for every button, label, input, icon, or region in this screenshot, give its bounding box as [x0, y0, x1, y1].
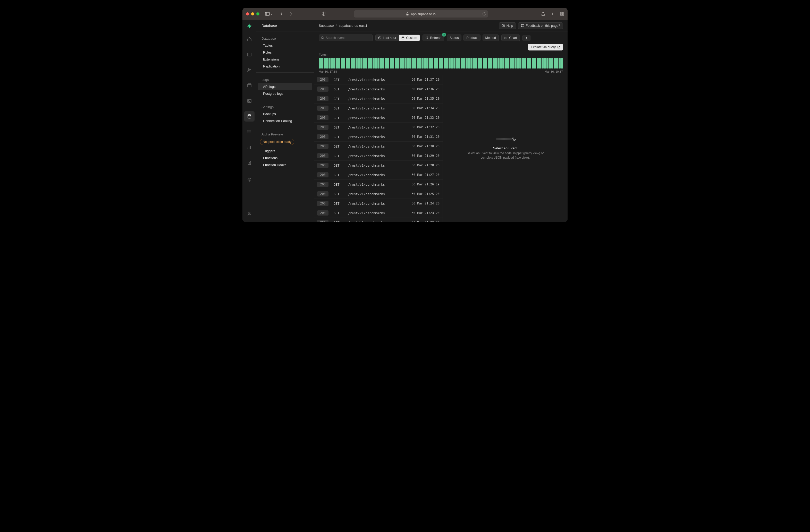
chart-bar[interactable]: [509, 58, 512, 68]
chart-bar[interactable]: [324, 58, 326, 68]
log-row[interactable]: 200GET/rest/v1/benchmarks30 Mar 21:37:20: [314, 75, 443, 84]
chart-bar[interactable]: [368, 58, 370, 68]
chart-bar[interactable]: [522, 58, 524, 68]
chart-bar[interactable]: [346, 58, 348, 68]
chart-bar[interactable]: [483, 58, 485, 68]
chart-bar[interactable]: [512, 58, 514, 68]
chart-bar[interactable]: [539, 58, 541, 68]
chart-bar[interactable]: [360, 58, 362, 68]
sidebar-item-tables[interactable]: Tables: [258, 42, 312, 49]
breadcrumb-org[interactable]: Supabase: [319, 24, 334, 28]
chart-bar[interactable]: [390, 58, 392, 68]
sidebar-item-postgres-logs[interactable]: Postgres logs: [258, 90, 312, 97]
chart-bar[interactable]: [547, 58, 549, 68]
rail-database-icon[interactable]: [244, 111, 255, 121]
chart-bar[interactable]: [341, 58, 343, 68]
chart-bar[interactable]: [490, 58, 492, 68]
chart-bar[interactable]: [382, 58, 384, 68]
chart-bar[interactable]: [400, 58, 402, 68]
chart-bar[interactable]: [498, 58, 500, 68]
chart-bar[interactable]: [505, 58, 507, 68]
log-row[interactable]: 200GET/rest/v1/benchmarks30 Mar 21:29:20: [314, 151, 443, 161]
filter-method-button[interactable]: Method: [483, 34, 499, 41]
filter-status-button[interactable]: Status: [447, 34, 461, 41]
chart-bar[interactable]: [397, 58, 399, 68]
chart-bar[interactable]: [561, 58, 563, 68]
log-row[interactable]: 200GET/rest/v1/benchmarks30 Mar 21:32:20: [314, 122, 443, 132]
chart-bar[interactable]: [558, 58, 561, 68]
chart-bar[interactable]: [370, 58, 372, 68]
chart-bar[interactable]: [419, 58, 421, 68]
chart-bar[interactable]: [392, 58, 394, 68]
chart-bar[interactable]: [414, 58, 416, 68]
chart-bar[interactable]: [431, 58, 433, 68]
download-button[interactable]: [522, 35, 531, 41]
chart-bar[interactable]: [321, 58, 323, 68]
chart-bar[interactable]: [380, 58, 382, 68]
chart-bar[interactable]: [453, 58, 455, 68]
rail-account-icon[interactable]: [244, 209, 255, 219]
maximize-window-button[interactable]: [256, 12, 259, 15]
chart-bar[interactable]: [446, 58, 448, 68]
chart-bar[interactable]: [358, 58, 360, 68]
sidebar-item-connection-pooling[interactable]: Connection Pooling: [258, 117, 312, 124]
log-list[interactable]: 200GET/rest/v1/benchmarks30 Mar 21:37:20…: [314, 75, 443, 222]
rail-settings-icon[interactable]: [244, 174, 255, 185]
rail-storage-icon[interactable]: [244, 80, 255, 90]
chart-bar[interactable]: [439, 58, 441, 68]
chart-bar[interactable]: [363, 58, 365, 68]
refresh-button[interactable]: Refresh: [422, 34, 444, 41]
log-row[interactable]: 200GET/rest/v1/benchmarks30 Mar 21:28:20: [314, 161, 443, 170]
chart-bar[interactable]: [404, 58, 407, 68]
chart-bar[interactable]: [470, 58, 472, 68]
address-bar[interactable]: app.supabase.io: [354, 10, 488, 17]
chart-bar[interactable]: [336, 58, 338, 68]
sidebar-item-functions[interactable]: Functions: [258, 154, 312, 162]
chart-bar[interactable]: [334, 58, 336, 68]
chart-bar[interactable]: [527, 58, 529, 68]
chart-bar[interactable]: [424, 58, 426, 68]
chart-bar[interactable]: [451, 58, 453, 68]
chart-bar[interactable]: [441, 58, 443, 68]
log-row[interactable]: 200GET/rest/v1/benchmarks30 Mar 21:33:20: [314, 113, 443, 122]
chart-bar[interactable]: [473, 58, 475, 68]
breadcrumb-project[interactable]: supabase-us-east1: [339, 24, 367, 28]
chart-bar[interactable]: [549, 58, 551, 68]
sidebar-item-extensions[interactable]: Extensions: [258, 56, 312, 63]
chart-bar[interactable]: [541, 58, 544, 68]
chart-toggle-button[interactable]: Chart: [501, 34, 520, 41]
chart-bar[interactable]: [395, 58, 397, 68]
sidebar-toggle-button[interactable]: [265, 12, 273, 16]
chart-bar[interactable]: [351, 58, 353, 68]
rail-list-icon[interactable]: [244, 127, 255, 137]
log-row[interactable]: 200GET/rest/v1/benchmarks30 Mar 21:25:20: [314, 189, 443, 199]
chart-bar[interactable]: [375, 58, 377, 68]
chart-bar[interactable]: [331, 58, 333, 68]
chart-bar[interactable]: [328, 58, 330, 68]
chart-bar[interactable]: [326, 58, 328, 68]
chart-bar[interactable]: [534, 58, 536, 68]
close-window-button[interactable]: [246, 12, 249, 15]
chart-bar[interactable]: [343, 58, 345, 68]
sidebar-item-roles[interactable]: Roles: [258, 49, 312, 56]
chart-bars[interactable]: [319, 58, 563, 68]
chart-bar[interactable]: [434, 58, 436, 68]
log-row[interactable]: 200GET/rest/v1/benchmarks30 Mar 21:27:20: [314, 170, 443, 180]
sidebar-item-function-hooks[interactable]: Function Hooks: [258, 162, 312, 168]
chart-bar[interactable]: [537, 58, 539, 68]
last-hour-button[interactable]: Last hour: [376, 35, 399, 41]
log-row[interactable]: 200GET/rest/v1/benchmarks30 Mar 21:23:20: [314, 208, 443, 218]
chart-bar[interactable]: [507, 58, 509, 68]
chart-bar[interactable]: [385, 58, 387, 68]
rail-docs-icon[interactable]: [244, 157, 255, 168]
rail-home-icon[interactable]: [244, 34, 255, 44]
chart-bar[interactable]: [458, 58, 460, 68]
feedback-button[interactable]: Feedback on this page?: [518, 22, 563, 29]
filter-product-button[interactable]: Product: [464, 34, 480, 41]
chart-bar[interactable]: [444, 58, 446, 68]
chart-bar[interactable]: [554, 58, 556, 68]
chart-bar[interactable]: [492, 58, 495, 68]
log-row[interactable]: 200GET/rest/v1/benchmarks30 Mar 21:35:20: [314, 94, 443, 103]
chart-bar[interactable]: [502, 58, 504, 68]
chart-bar[interactable]: [409, 58, 411, 68]
